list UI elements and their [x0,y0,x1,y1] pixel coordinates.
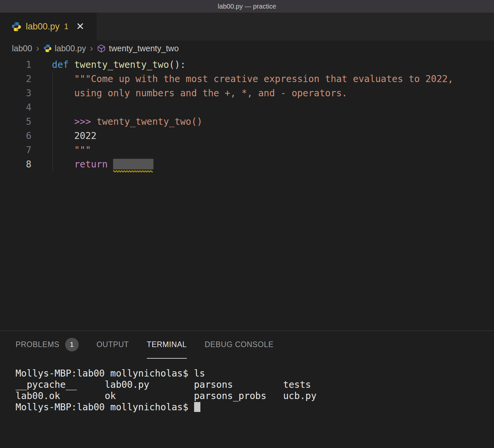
terminal-text: Mollys-MBP:lab00 mollynicholas$ ls [16,368,205,379]
panel-tab-output[interactable]: OUTPUT [97,331,129,359]
code-token: 2022 [74,130,96,141]
code-line-8[interactable]: 8 return [0,157,494,171]
line-number: 3 [0,86,31,100]
code-line-content: """ [31,143,91,157]
terminal-line: __pycache__ lab00.py parsons tests [16,379,494,390]
code-line-content: """Come up with the most creative expres… [31,72,453,86]
code-token: return [74,159,107,170]
terminal-text: Mollys-MBP:lab00 mollynicholas$ [16,402,194,413]
terminal-text: __pycache__ lab00.py parsons tests [16,379,311,390]
code-line-content: using only numbers and the +, *, and - o… [31,86,347,100]
editor-tab-bar: lab00.py 1 ✕ [0,13,494,40]
line-number: 2 [0,72,31,86]
breadcrumb-item-file[interactable]: lab00.py [43,44,86,53]
chevron-right-icon: › [90,43,93,54]
code-line-content: >>> twenty_twenty_two() [31,114,202,129]
code-token [52,88,74,99]
window-title: lab00.py — practice [218,3,276,10]
code-line-content: def twenty_twenty_two(): [31,58,186,72]
terminal-text: lab00.ok ok parsons_probs ucb.py [16,390,316,401]
python-icon [11,22,21,32]
code-line-2[interactable]: 2 """Come up with the most creative expr… [0,72,494,86]
panel-tab-label: OUTPUT [97,340,129,349]
code-token: (): [169,59,186,70]
line-number: 4 [0,100,31,114]
snippet-placeholder-warning[interactable] [113,159,153,169]
code-token [52,116,74,127]
code-line-7[interactable]: 7 """ [0,143,494,157]
terminal-line: Mollys-MBP:lab00 mollynicholas$ [16,402,494,413]
breadcrumb-label: twenty_twenty_two [109,44,179,53]
chevron-right-icon: › [36,43,39,54]
code-token: twenty_twenty_two() [97,116,202,127]
close-tab-icon[interactable]: ✕ [76,22,84,31]
terminal-line: lab00.ok ok parsons_probs ucb.py [16,390,494,402]
panel-tab-terminal[interactable]: TERMINAL [147,331,187,359]
code-line-3[interactable]: 3 using only numbers and the +, *, and -… [0,86,494,100]
code-line-content: 2022 [31,129,97,143]
line-number: 8 [0,157,31,171]
breadcrumb-label: lab00.py [55,44,86,53]
code-token: """ [74,145,91,156]
line-number: 7 [0,143,31,157]
bottom-panel: PROBLEMS1OUTPUTTERMINALDEBUG CONSOLE Mol… [0,331,494,448]
code-line-4[interactable]: 4 [0,100,494,114]
code-token: using only numbers and the +, *, and - o… [74,88,347,99]
code-token [108,159,113,170]
panel-tab-label: TERMINAL [147,340,187,349]
code-line-6[interactable]: 6 2022 [0,129,494,143]
code-line-content: return [31,157,153,171]
breadcrumb: lab00 › lab00.py › twenty_twenty_two [0,40,494,56]
terminal[interactable]: Mollys-MBP:lab00 mollynicholas$ ls__pyca… [0,359,494,448]
code-token [52,159,74,170]
line-number: 5 [0,114,31,129]
tab-lab00py[interactable]: lab00.py 1 ✕ [0,13,97,40]
code-token [52,130,74,141]
breadcrumb-item-folder[interactable]: lab00 [12,44,32,53]
code-token: """Come up with the most creative expres… [74,73,453,84]
code-line-1[interactable]: 1def twenty_twenty_two(): [0,58,494,72]
panel-tab-debug-console[interactable]: DEBUG CONSOLE [205,331,273,359]
indent-guide [53,72,53,171]
tab-problems-count: 1 [64,22,68,31]
code-token [91,116,97,127]
panel-tab-label: DEBUG CONSOLE [205,340,273,349]
terminal-cursor [194,402,200,412]
panel-tab-problems[interactable]: PROBLEMS1 [16,331,79,359]
code-token [69,59,74,70]
code-editor[interactable]: 1def twenty_twenty_two():2 """Come up wi… [0,56,494,331]
tab-label: lab00.py [26,22,60,32]
code-token: twenty_twenty_two [74,59,169,70]
panel-tab-bar: PROBLEMS1OUTPUTTERMINALDEBUG CONSOLE [0,331,494,359]
problems-count-badge: 1 [65,338,79,351]
breadcrumb-label: lab00 [12,44,32,53]
titlebar: lab00.py — practice [0,0,494,13]
code-token [52,145,74,156]
code-token: >>> [74,116,91,127]
line-number: 1 [0,58,31,72]
python-icon [43,44,52,53]
code-token [52,73,74,84]
code-line-content [31,100,52,114]
symbol-namespace-icon [97,44,106,53]
line-number: 6 [0,129,31,143]
code-line-5[interactable]: 5 >>> twenty_twenty_two() [0,114,494,129]
panel-tab-label: PROBLEMS [16,340,60,349]
terminal-line: Mollys-MBP:lab00 mollynicholas$ ls [16,368,494,379]
code-token: def [52,59,69,70]
breadcrumb-item-symbol[interactable]: twenty_twenty_two [97,44,179,53]
